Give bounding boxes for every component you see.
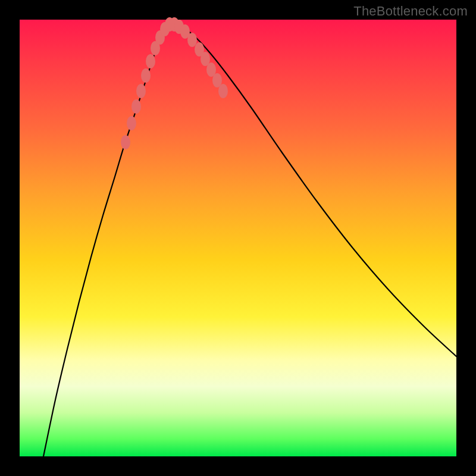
highlight-dot bbox=[187, 33, 197, 47]
attribution-label: TheBottleneck.com bbox=[353, 4, 468, 19]
highlight-dot bbox=[141, 68, 151, 83]
highlight-dot bbox=[136, 84, 146, 98]
curve-layer bbox=[20, 20, 456, 456]
highlight-dot bbox=[218, 84, 228, 98]
bottleneck-curve bbox=[43, 24, 456, 456]
highlight-dot bbox=[131, 99, 141, 114]
highlight-dot bbox=[146, 54, 155, 68]
highlight-dot bbox=[127, 116, 136, 130]
highlight-dots bbox=[121, 17, 228, 149]
highlight-dot bbox=[121, 135, 130, 149]
chart-frame: TheBottleneck.com bbox=[0, 0, 476, 476]
